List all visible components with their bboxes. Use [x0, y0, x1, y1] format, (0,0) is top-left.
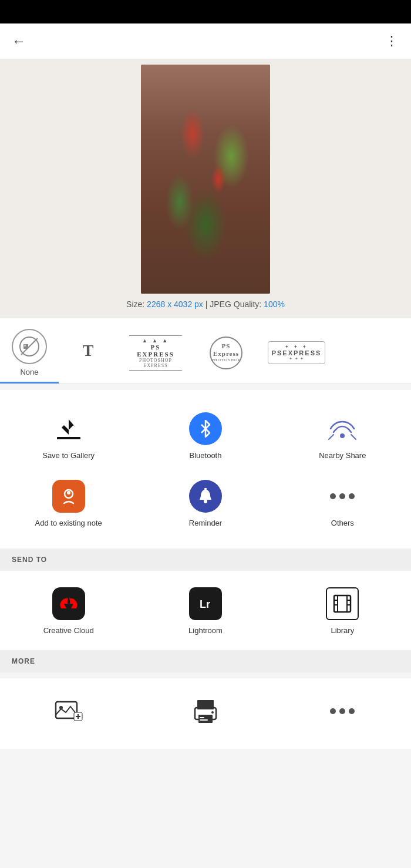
send-to-section: Creative Cloud Lr Lightroom	[0, 571, 411, 650]
svg-line-7	[329, 435, 333, 439]
svg-rect-32	[200, 719, 208, 721]
image-container: Size: 2268 x 4032 px | JPEG Quality: 100…	[0, 59, 411, 318]
reminder-button[interactable]: Reminder	[137, 469, 274, 537]
more-header: MORE	[0, 650, 411, 672]
svg-point-10	[67, 491, 70, 494]
others-button[interactable]: Others	[274, 469, 411, 537]
creative-cloud-label: Creative Cloud	[43, 626, 94, 635]
svg-rect-17	[338, 596, 347, 612]
save-gallery-label: Save to Gallery	[42, 451, 95, 460]
watermark-psexpress2[interactable]: PS Express PHOTOSHOP	[194, 331, 258, 378]
send-to-grid: Creative Cloud Lr Lightroom	[0, 577, 411, 644]
status-bar	[0, 0, 411, 23]
save-gallery-icon	[51, 411, 86, 446]
add-note-label: Add to existing note	[35, 519, 102, 527]
more-grid	[0, 684, 411, 743]
watermark-psexpress3[interactable]: ✦ ✦ ✦ PSEXPRESS ✦ ✦ ✦	[258, 331, 335, 378]
quality-value: 100%	[264, 300, 285, 309]
nearby-share-button[interactable]: Nearby Share	[274, 402, 411, 469]
svg-text:Lr: Lr	[200, 598, 210, 610]
watermark-none[interactable]: None	[0, 324, 59, 383]
actions-section: Save to Gallery Bluetooth	[0, 390, 411, 549]
none-icon	[12, 329, 47, 364]
more-dot3	[349, 708, 355, 714]
lightroom-button[interactable]: Lr Lightroom	[137, 577, 274, 644]
more-dot2	[339, 708, 345, 714]
svg-rect-11	[204, 488, 207, 490]
reminder-icon	[188, 479, 223, 514]
svg-marker-5	[62, 419, 76, 435]
lightroom-icon: Lr	[188, 586, 223, 621]
bluetooth-icon	[188, 411, 223, 446]
dot2	[339, 493, 345, 499]
back-button[interactable]: ←	[12, 33, 26, 49]
bluetooth-label: Bluetooth	[190, 451, 222, 460]
print-button[interactable]	[137, 684, 274, 743]
add-note-icon	[51, 479, 86, 514]
size-value: 2268 x 4032 px	[147, 300, 203, 309]
add-note-button[interactable]: Add to existing note	[0, 469, 137, 537]
psexpress2-icon: PS Express PHOTOSHOP	[206, 335, 247, 371]
nearby-share-label: Nearby Share	[319, 451, 366, 460]
lightroom-label: Lightroom	[188, 626, 223, 635]
more-dot1	[330, 708, 336, 714]
library-button[interactable]: Library	[274, 577, 411, 644]
gallery-edit-button[interactable]	[0, 684, 137, 743]
svg-rect-16	[334, 596, 351, 612]
size-label: Size:	[126, 300, 144, 309]
library-label: Library	[331, 626, 354, 635]
plant-photo	[141, 65, 270, 294]
dot3	[349, 493, 355, 499]
svg-point-24	[59, 706, 63, 709]
psexpress3-icon: ✦ ✦ ✦ PSEXPRESS ✦ ✦ ✦	[270, 335, 323, 371]
svg-point-33	[211, 711, 214, 714]
psexpress1-icon: ▲ ▲ ▲ PS EXPRESS PHOTOSHOP EXPRESS	[129, 335, 182, 371]
quality-label: JPEG Quality:	[210, 300, 261, 309]
send-to-header: SEND TO	[0, 549, 411, 571]
header: ← ⋮	[0, 23, 411, 59]
watermark-none-label: None	[20, 368, 38, 376]
save-gallery-button[interactable]: Save to Gallery	[0, 402, 137, 469]
image-info: Size: 2268 x 4032 px | JPEG Quality: 100…	[126, 300, 285, 309]
library-icon	[325, 586, 360, 621]
watermark-psexpress1[interactable]: ▲ ▲ ▲ PS EXPRESS PHOTOSHOP EXPRESS	[117, 331, 194, 378]
svg-line-8	[351, 435, 356, 439]
more-others-button[interactable]	[274, 684, 411, 743]
others-label: Others	[331, 519, 354, 527]
more-label: MORE	[12, 657, 35, 665]
nearby-share-icon	[325, 411, 360, 446]
reminder-label: Reminder	[189, 519, 222, 527]
others-icon	[325, 479, 360, 514]
print-icon	[188, 694, 223, 729]
svg-rect-30	[198, 715, 213, 723]
more-button[interactable]: ⋮	[385, 33, 399, 49]
more-others-icon	[325, 694, 360, 729]
send-to-label: SEND TO	[12, 556, 47, 564]
dot1	[330, 493, 336, 499]
creative-cloud-icon	[51, 586, 86, 621]
gallery-edit-icon	[51, 694, 86, 729]
svg-rect-3	[24, 345, 26, 346]
text-t-icon: T	[83, 341, 94, 360]
text-icon: T	[70, 333, 106, 368]
watermark-bar: None T ▲ ▲ ▲ PS EXPRESS PHOTOSHOP EXPRES…	[0, 318, 411, 384]
svg-rect-31	[200, 717, 204, 718]
svg-point-6	[340, 433, 345, 438]
creative-cloud-button[interactable]: Creative Cloud	[0, 577, 137, 644]
svg-point-13	[204, 500, 207, 503]
more-section	[0, 678, 411, 749]
svg-rect-4	[57, 437, 80, 439]
actions-grid: Save to Gallery Bluetooth	[0, 402, 411, 537]
bluetooth-button[interactable]: Bluetooth	[137, 402, 274, 469]
watermark-text[interactable]: T	[59, 328, 117, 380]
